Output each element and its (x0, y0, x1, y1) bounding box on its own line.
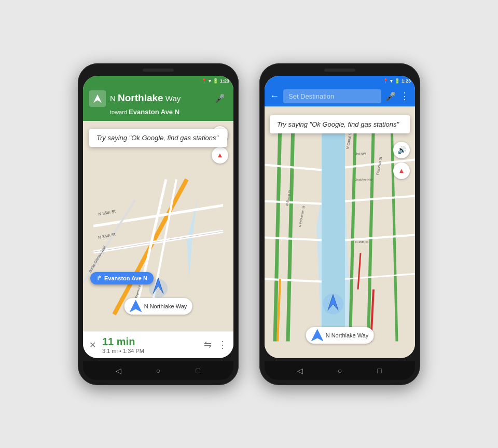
nav-toward: toward Evanston Ave N (89, 108, 227, 116)
nav-header-1: N Northlake Way 🎤 toward Evanston Ave N (83, 86, 233, 121)
hardware-nav-2: ◁ ○ □ (265, 361, 415, 380)
nav-header-top: N Northlake Way 🎤 (89, 90, 227, 107)
battery-icon: 🔋 (213, 78, 218, 84)
svg-text:N 35th St: N 35th St (355, 240, 368, 243)
status-bar-1: 📍 ▾ 🔋 1:23 (83, 76, 233, 86)
destination-input[interactable]: Set Destination (283, 89, 381, 103)
back-button-2[interactable]: ◁ (295, 365, 305, 376)
map-area-2[interactable]: N Canal St Franciso St 3rd NW 2nd Ave NW… (265, 106, 415, 358)
location-arrow-icon-2 (311, 329, 324, 342)
location-label: N Northlake Way (144, 303, 187, 309)
turn-street: Evanston Ave N (104, 275, 147, 281)
location-arrow-icon (130, 300, 142, 313)
eta-info: 11 min 3.1 mi • 1:34 PM (102, 336, 204, 354)
phone-screen-2: 📍 ▾ 🔋 1:23 ← Set Destination 🎤 ⋮ Try say… (265, 76, 415, 358)
location-chip-2: N Northlake Way (306, 327, 374, 344)
svg-marker-0 (93, 94, 102, 103)
wifi-icon-2: ▾ (390, 78, 393, 84)
back-arrow-icon[interactable]: ← (270, 91, 279, 102)
location-chip-1: N Northlake Way (125, 298, 192, 315)
search-placeholder: Set Destination (288, 92, 334, 100)
status-bar-2: 📍 ▾ 🔋 1:23 (265, 76, 415, 86)
turn-arrow-icon: ↱ (96, 275, 102, 282)
back-button-1[interactable]: ◁ (113, 365, 123, 376)
svg-text:3rd NW: 3rd NW (355, 152, 366, 155)
recent-button-1[interactable]: □ (193, 365, 203, 376)
distance: 3.1 mi (102, 348, 118, 354)
arrival-time: 1:34 PM (123, 348, 144, 354)
phone-speaker-2 (324, 69, 355, 72)
search-more-button[interactable]: ⋮ (400, 90, 410, 102)
voice-tooltip-1: Try saying "Ok Google, find gas stations… (89, 129, 227, 147)
map-area-1[interactable]: N 34th St N 35th St Burke-Gilman Trail F… (83, 121, 233, 331)
direction-prefix: N (110, 94, 118, 103)
location-label-2: N Northlake Way (326, 332, 369, 338)
battery-icon-2: 🔋 (394, 78, 400, 84)
home-button-1[interactable]: ○ (153, 365, 163, 376)
search-bar: ← Set Destination 🎤 ⋮ (265, 86, 415, 106)
phone-1: 📍 ▾ 🔋 1:23 N Northlake Way (78, 63, 239, 385)
street-type: Way (163, 94, 181, 103)
wifi-icon: ▾ (209, 78, 211, 84)
compass-button[interactable]: ▲ (212, 147, 228, 164)
search-mic-button[interactable]: 🎤 (385, 91, 396, 101)
time-1: 1:23 (220, 78, 229, 84)
svg-point-46 (323, 293, 343, 314)
phone-2: 📍 ▾ 🔋 1:23 ← Set Destination 🎤 ⋮ Try say… (259, 63, 420, 385)
voice-tooltip-2: Try saying "Ok Google, find gas stations… (270, 115, 410, 133)
svg-text:2nd Ave NW: 2nd Ave NW (355, 178, 373, 181)
bottom-nav-bar: ✕ 11 min 3.1 mi • 1:34 PM ⇋ ⋮ (83, 331, 233, 358)
nav-street-name: N Northlake Way (110, 93, 209, 104)
hardware-nav-1: ◁ ○ □ (83, 361, 233, 380)
status-icons-1: 📍 ▾ 🔋 1:23 (201, 78, 229, 84)
recent-button-2[interactable]: □ (375, 365, 385, 376)
toward-street: Evanston Ave N (129, 108, 179, 116)
more-options-icon[interactable]: ⋮ (218, 339, 227, 350)
phone-screen-1: 📍 ▾ 🔋 1:23 N Northlake Way (83, 76, 233, 358)
separator: • (119, 348, 123, 354)
location-icon: 📍 (201, 78, 207, 84)
sound-button-2[interactable]: 🔊 (393, 142, 410, 158)
time-2: 1:23 (402, 78, 411, 84)
route-options-icon[interactable]: ⇋ (204, 339, 212, 350)
turn-chip: ↱ Evanston Ave N (90, 272, 154, 284)
phone-speaker-1 (143, 69, 174, 72)
home-button-2[interactable]: ○ (335, 365, 345, 376)
compass-button-2[interactable]: ▲ (393, 162, 410, 179)
direction-arrow-icon (89, 90, 106, 107)
close-button[interactable]: ✕ (89, 340, 96, 350)
status-icons-2: 📍 ▾ 🔋 1:23 (383, 78, 411, 84)
location-icon-2: 📍 (383, 78, 389, 84)
eta-details: 3.1 mi • 1:34 PM (102, 348, 204, 354)
eta-time: 11 min (102, 336, 204, 348)
street-name-bold: Northlake (118, 92, 163, 103)
mic-button-1[interactable]: 🎤 (213, 91, 227, 106)
